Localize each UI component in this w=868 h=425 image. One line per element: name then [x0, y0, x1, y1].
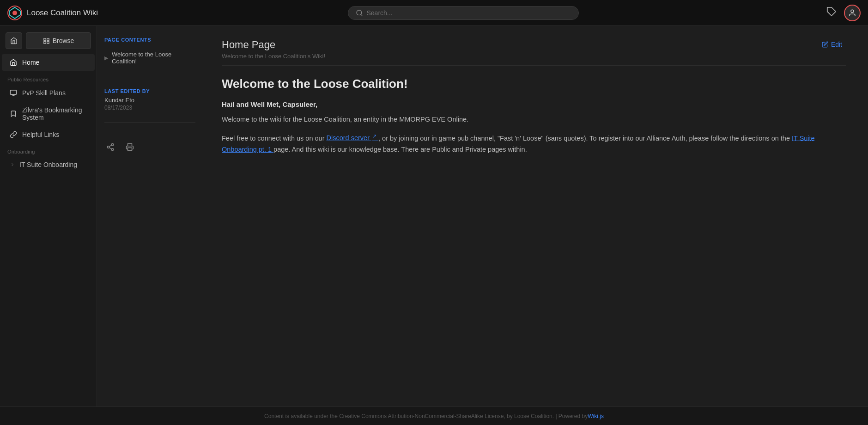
paragraph2-after: page. And this wiki is our knowledge bas…	[273, 146, 527, 153]
toc-entry-label: Welcome to the Loose Coalition!	[112, 51, 195, 65]
helpful-links-icon	[9, 130, 18, 139]
paragraph2-middle: , or by joining our in game pub channel,…	[378, 134, 792, 142]
bookmarking-icon	[9, 110, 18, 118]
search-icon	[356, 9, 363, 17]
content-paragraph-2: Feel free to connect with us on our Disc…	[222, 132, 846, 155]
content-intro: Hail and Well Met, Capsuleer,	[222, 100, 846, 108]
app-logo[interactable]: Loose Coalition Wiki	[7, 6, 100, 20]
svg-rect-10	[47, 41, 49, 43]
sidebar-section-public-resources: Public Resources	[0, 71, 97, 84]
home-icon-button[interactable]	[6, 32, 22, 49]
page-title: Home Page	[222, 39, 325, 51]
svg-point-3	[357, 10, 362, 15]
edit-label: Edit	[831, 41, 842, 48]
main-content: Home Page Welcome to the Loose Coalition…	[203, 26, 868, 407]
topnav: Loose Coalition Wiki	[0, 0, 868, 26]
helpful-links-label: Helpful Links	[22, 131, 59, 138]
footer-text-before: Content is available under the Creative …	[264, 413, 588, 419]
wikilink[interactable]: Wiki.js	[588, 413, 604, 419]
toc-divider	[104, 77, 195, 77]
discord-link[interactable]: Discord server ↗	[327, 134, 379, 142]
sidebar-item-pvp-skill-plans[interactable]: PvP Skill Plans	[2, 85, 95, 101]
search-area	[105, 6, 821, 20]
content-divider	[222, 65, 846, 66]
topnav-right	[826, 5, 861, 21]
svg-rect-9	[44, 41, 46, 43]
share-button[interactable]	[104, 141, 116, 153]
app-title: Loose Coalition Wiki	[27, 8, 98, 18]
svg-rect-7	[44, 38, 46, 40]
sidebar-section-onboarding: Onboarding	[0, 143, 97, 156]
print-button[interactable]	[124, 141, 136, 153]
browse-label: Browse	[53, 37, 74, 44]
search-bar[interactable]	[348, 6, 579, 20]
svg-rect-19	[128, 148, 132, 151]
browse-button[interactable]: Browse	[26, 32, 91, 49]
svg-point-15	[107, 146, 109, 148]
discord-link-text: Discord server	[327, 134, 370, 142]
sidebar-item-home[interactable]: Home	[2, 54, 95, 71]
browse-icon	[43, 37, 50, 44]
pvp-skill-plans-label: PvP Skill Plans	[22, 89, 66, 97]
logo-icon	[7, 6, 22, 20]
last-edited-by: Kundar Eto	[104, 97, 195, 104]
edit-button[interactable]: Edit	[818, 39, 846, 50]
wikilink-text: Wiki.js	[588, 413, 604, 419]
toc-title: PAGE CONTENTS	[104, 37, 195, 43]
last-edited-label: LAST EDITED BY	[104, 88, 195, 94]
svg-point-2	[12, 11, 17, 15]
it-suite-expand-icon	[9, 161, 16, 168]
svg-point-6	[851, 10, 854, 12]
svg-line-4	[361, 14, 362, 16]
toc-last-edited: LAST EDITED BY Kundar Eto 08/17/2023	[104, 88, 195, 111]
paragraph2-before-link1: Feel free to connect with us on our	[222, 134, 327, 142]
sidebar: Browse Home Public Resources PvP Sk	[0, 26, 97, 407]
home-label: Home	[22, 59, 39, 66]
toc-panel: PAGE CONTENTS ▶ Welcome to the Loose Coa…	[97, 26, 203, 407]
last-edited-date: 08/17/2023	[104, 105, 195, 111]
page-header: Home Page Welcome to the Loose Coalition…	[222, 39, 846, 60]
toc-actions	[104, 134, 195, 155]
page-title-group: Home Page Welcome to the Loose Coalition…	[222, 39, 325, 60]
search-input[interactable]	[367, 9, 571, 17]
discord-external-icon: ↗	[372, 133, 376, 139]
pvp-skill-plans-icon	[9, 89, 18, 97]
sidebar-item-helpful-links[interactable]: Helpful Links	[2, 126, 95, 143]
home-nav-icon	[9, 58, 18, 67]
account-button[interactable]	[844, 5, 861, 21]
footer: Content is available under the Creative …	[0, 407, 868, 425]
it-suite-label: IT Suite Onboarding	[19, 161, 77, 168]
sidebar-item-it-suite[interactable]: IT Suite Onboarding	[2, 157, 95, 172]
tags-icon[interactable]	[826, 6, 837, 19]
content-heading: Welcome to the Loose Coalition!	[222, 77, 846, 91]
svg-point-16	[111, 148, 114, 151]
toc-entry-welcome[interactable]: ▶ Welcome to the Loose Coalition!	[104, 50, 195, 66]
content-paragraph-1: Welcome to the wiki for the Loose Coalit…	[222, 114, 846, 125]
svg-point-14	[111, 144, 114, 146]
svg-rect-8	[47, 38, 49, 40]
edit-icon	[822, 41, 828, 48]
svg-line-17	[109, 148, 111, 149]
toc-divider-2	[104, 122, 195, 123]
page-subtitle: Welcome to the Loose Coalition's Wiki!	[222, 53, 325, 60]
svg-line-18	[109, 145, 111, 147]
sidebar-top-actions: Browse	[0, 30, 97, 54]
svg-rect-11	[10, 90, 16, 94]
bookmarking-label: Zilvra's Bookmarking System	[22, 106, 87, 121]
toc-chevron-icon: ▶	[104, 55, 108, 61]
sidebar-item-bookmarking[interactable]: Zilvra's Bookmarking System	[2, 102, 95, 125]
main-body: Browse Home Public Resources PvP Sk	[0, 26, 868, 407]
